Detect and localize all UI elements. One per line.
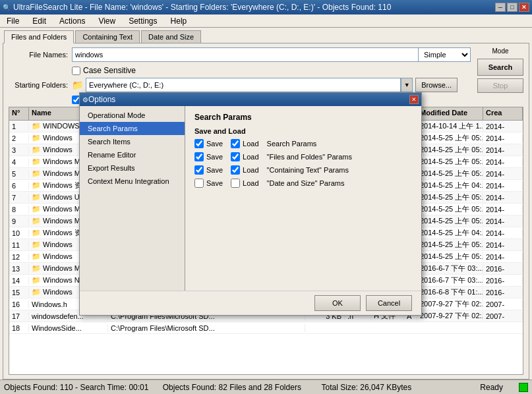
save-containing-text-checkbox[interactable] xyxy=(194,165,204,175)
load-date-size-checkbox[interactable] xyxy=(231,179,240,188)
load-date-size-label: Load xyxy=(243,179,258,187)
dialog-row-files-folders: Save Load "Files and Foldes" Params xyxy=(194,152,412,161)
nav-context-menu[interactable]: Context Menu Integration xyxy=(80,175,185,188)
save-search-params-label: Save xyxy=(206,140,223,148)
dialog-close-button[interactable]: ✕ xyxy=(409,95,419,104)
dialog-title-bar: ⚙ Options ✕ xyxy=(80,93,421,106)
containing-text-text: "Containing Text" Params xyxy=(267,166,349,174)
load-search-params-checkbox[interactable] xyxy=(231,139,240,148)
save-date-size-checkbox[interactable] xyxy=(194,179,204,188)
dialog-overlay: ⚙ Options ✕ Operational Mode Search Para… xyxy=(0,0,532,394)
dialog-section-title: Search Params xyxy=(194,113,412,122)
save-files-folders-label: Save xyxy=(206,153,223,161)
nav-rename-editor[interactable]: Rename Editor xyxy=(80,148,185,161)
load-files-folders-label: Load xyxy=(243,153,258,161)
dialog-row-search-params: Save Load Search Params xyxy=(194,139,412,148)
search-params-text: Search Params xyxy=(267,140,317,148)
nav-operational-mode[interactable]: Operational Mode xyxy=(80,109,185,122)
load-containing-text-label: Load xyxy=(243,166,258,174)
load-search-params-label: Load xyxy=(243,140,258,148)
date-size-text: "Date and Size" Params xyxy=(267,179,345,187)
load-files-folders-checkbox[interactable] xyxy=(231,152,240,161)
ok-button[interactable]: OK xyxy=(314,295,361,311)
dialog-title-text: Options xyxy=(88,95,115,104)
dialog-row-containing-text: Save Load "Containing Text" Params xyxy=(194,165,412,175)
dialog-row-date-size: Save Load "Date and Size" Params xyxy=(194,179,412,188)
dialog-icon: ⚙ xyxy=(82,96,88,103)
options-dialog: ⚙ Options ✕ Operational Mode Search Para… xyxy=(79,92,422,316)
save-files-folders-checkbox[interactable] xyxy=(194,152,204,161)
save-containing-text-label: Save xyxy=(206,166,223,174)
files-folders-text: "Files and Foldes" Params xyxy=(267,153,352,161)
dialog-nav: Operational Mode Search Params Search It… xyxy=(80,106,185,291)
load-containing-text-checkbox[interactable] xyxy=(231,165,240,175)
dialog-sub-title: Save and Load xyxy=(194,127,412,135)
dialog-content: Search Params Save and Load Save Load Se… xyxy=(185,106,421,291)
nav-search-items[interactable]: Search Items xyxy=(80,135,185,148)
cancel-button[interactable]: Cancel xyxy=(366,295,412,311)
nav-export-results[interactable]: Export Results xyxy=(80,161,185,175)
nav-search-params[interactable]: Search Params xyxy=(80,122,185,135)
save-search-params-checkbox[interactable] xyxy=(194,139,204,148)
dialog-body: Operational Mode Search Params Search It… xyxy=(80,106,421,291)
dialog-footer: OK Cancel xyxy=(80,291,421,315)
save-date-size-label: Save xyxy=(206,179,223,187)
